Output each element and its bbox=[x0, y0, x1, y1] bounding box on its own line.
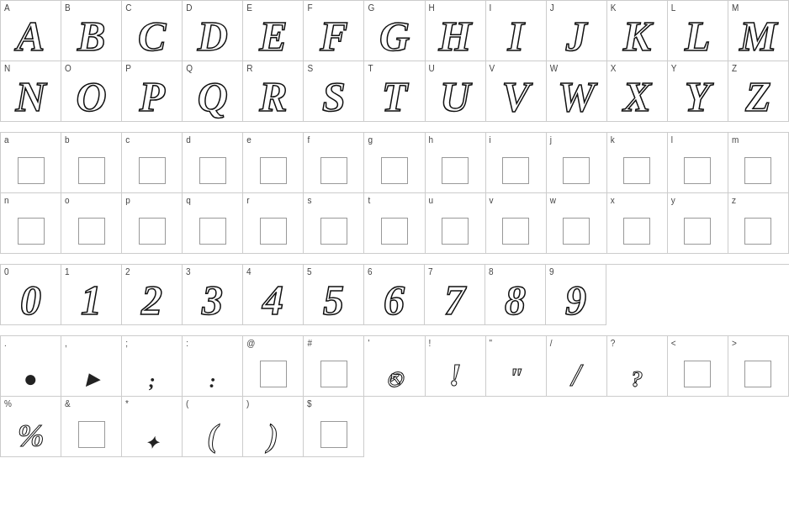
cell-exclaim: !! bbox=[426, 336, 486, 397]
cell-dollar: $ bbox=[304, 397, 364, 457]
cell-C: CC bbox=[122, 1, 183, 61]
cell-y: y bbox=[668, 193, 728, 254]
cell-1: 11 bbox=[61, 265, 122, 325]
cell-0: 00 bbox=[1, 265, 61, 325]
cell-W: WW bbox=[547, 61, 607, 122]
cell-question: ?? bbox=[607, 336, 668, 397]
font-preview: AA BB CC DD EE FF GG HH II JJ KK LL MM N… bbox=[0, 0, 789, 457]
cell-l: l bbox=[668, 133, 728, 193]
cell-hash: # bbox=[304, 336, 364, 397]
cell-asterisk: *✦ bbox=[122, 397, 183, 457]
uppercase-grid: AA BB CC DD EE FF GG HH II JJ KK LL MM N… bbox=[0, 0, 789, 122]
cell-t: t bbox=[364, 193, 425, 254]
cell-less-than: < bbox=[668, 336, 728, 397]
cell-g: g bbox=[364, 133, 425, 193]
cell-3: 33 bbox=[183, 265, 243, 325]
numbers-grid: 00 11 22 33 44 55 66 77 88 99 bbox=[0, 264, 789, 325]
cell-q: q bbox=[183, 193, 243, 254]
cell-J: JJ bbox=[547, 1, 607, 61]
cell-paren-close: )) bbox=[243, 397, 304, 457]
cell-u: u bbox=[426, 193, 486, 254]
cell-x: x bbox=[607, 193, 668, 254]
cell-V: VV bbox=[486, 61, 547, 122]
cell-b: b bbox=[61, 133, 122, 193]
cell-n: n bbox=[1, 193, 61, 254]
cell-Z: ZZ bbox=[728, 61, 789, 122]
cell-E: EE bbox=[243, 1, 304, 61]
cell-z: z bbox=[728, 193, 789, 254]
cell-i: i bbox=[486, 133, 547, 193]
cell-R: RR bbox=[243, 61, 304, 122]
cell-paren-open: (( bbox=[183, 397, 243, 457]
cell-O: OO bbox=[61, 61, 122, 122]
cell-f: f bbox=[304, 133, 364, 193]
cell-j: j bbox=[547, 133, 607, 193]
cell-e: e bbox=[243, 133, 304, 193]
cell-4: 44 bbox=[243, 265, 304, 325]
cell-s: s bbox=[304, 193, 364, 254]
cell-S: SS bbox=[304, 61, 364, 122]
cell-7: 77 bbox=[425, 265, 485, 325]
cell-X: XX bbox=[607, 61, 668, 122]
cell-T: TT bbox=[364, 61, 425, 122]
cell-D: DD bbox=[183, 1, 243, 61]
cell-c: c bbox=[122, 133, 183, 193]
lowercase-grid: a b c d e f g h i j k l m n o p q r s t … bbox=[0, 132, 789, 254]
cell-k: k bbox=[607, 133, 668, 193]
cell-P: PP bbox=[122, 61, 183, 122]
cell-semicolon: ;; bbox=[122, 336, 183, 397]
cell-d: d bbox=[183, 133, 243, 193]
cell-L: LL bbox=[668, 1, 728, 61]
cell-quote: "" bbox=[486, 336, 547, 397]
cell-9: 99 bbox=[546, 265, 606, 325]
cell-U: UU bbox=[426, 61, 486, 122]
cell-Q: QQ bbox=[183, 61, 243, 122]
cell-percent: %% bbox=[1, 397, 61, 457]
cell-G: GG bbox=[364, 1, 425, 61]
cell-h: h bbox=[426, 133, 486, 193]
cell-colon: :: bbox=[183, 336, 243, 397]
cell-comma: ,▸ bbox=[61, 336, 122, 397]
cell-M: MM bbox=[728, 1, 789, 61]
cell-ampersand: & bbox=[61, 397, 122, 457]
cell-v: v bbox=[486, 193, 547, 254]
cell-period: .● bbox=[1, 336, 61, 397]
cell-A: AA bbox=[1, 1, 61, 61]
cell-apostrophe: '⎋ bbox=[364, 336, 425, 397]
cell-K: KK bbox=[607, 1, 668, 61]
cell-H: HH bbox=[426, 1, 486, 61]
cell-m: m bbox=[728, 133, 789, 193]
cell-greater-than: > bbox=[728, 336, 789, 397]
cell-slash: // bbox=[547, 336, 607, 397]
symbols-grid-1: .● ,▸ ;; :: @ # '⎋ !! "" // ?? < > bbox=[0, 335, 789, 397]
cell-I: II bbox=[486, 1, 547, 61]
cell-p: p bbox=[122, 193, 183, 254]
cell-r: r bbox=[243, 193, 304, 254]
cell-a: a bbox=[1, 133, 61, 193]
cell-w: w bbox=[547, 193, 607, 254]
cell-o: o bbox=[61, 193, 122, 254]
cell-at: @ bbox=[243, 336, 304, 397]
cell-B: BB bbox=[61, 1, 122, 61]
cell-Y: YY bbox=[668, 61, 728, 122]
cell-2: 22 bbox=[122, 265, 183, 325]
cell-8: 88 bbox=[485, 265, 546, 325]
symbols-grid-2: %% & *✦ (( )) $ bbox=[0, 397, 789, 457]
cell-F: FF bbox=[304, 1, 364, 61]
cell-N: NN bbox=[1, 61, 61, 122]
cell-5: 55 bbox=[304, 265, 364, 325]
cell-6: 66 bbox=[364, 265, 425, 325]
